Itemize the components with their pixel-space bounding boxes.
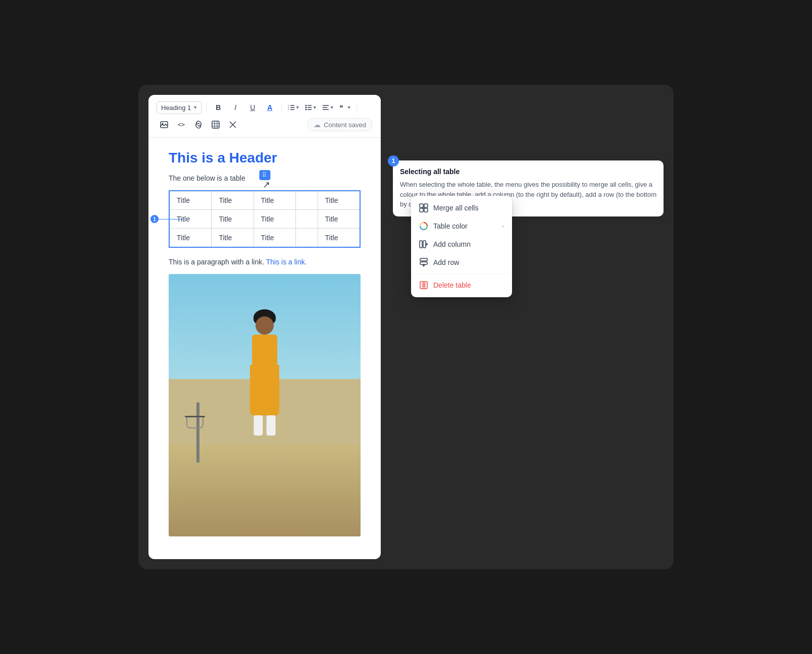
svg-rect-18 — [212, 121, 219, 128]
divider-2 — [281, 102, 282, 113]
svg-rect-25 — [420, 204, 423, 207]
table-color-item[interactable]: Table color › — [411, 217, 512, 235]
svg-rect-26 — [424, 204, 428, 207]
table-cell[interactable]: Title — [169, 191, 212, 210]
svg-point-8 — [305, 109, 307, 111]
woman-boot-right — [267, 415, 276, 435]
context-menu: Merge all cells Table color › — [411, 196, 512, 297]
bullet-list-button[interactable]: ▼ — [303, 100, 318, 115]
svg-rect-27 — [420, 208, 423, 212]
woman-boot-left — [253, 415, 263, 435]
code-button[interactable]: <> — [174, 117, 189, 132]
doc-table[interactable]: Title Title Title Title Title Title Titl… — [169, 190, 361, 248]
toolbar: Heading 1 ▼ B I U A 1 2 3 ▼ — [148, 95, 381, 138]
align-button[interactable]: ▼ — [320, 100, 335, 115]
heading-select-arrow: ▼ — [193, 105, 197, 110]
add-column-item[interactable]: Add column — [411, 235, 512, 253]
table-cell[interactable]: Title — [318, 210, 360, 229]
svg-rect-30 — [420, 241, 422, 248]
cloud-icon: ☁ — [314, 121, 321, 129]
table-cell[interactable]: Title — [318, 229, 360, 248]
table-cell[interactable]: Title — [169, 229, 212, 248]
table-row: Title Title Title Title — [169, 191, 360, 210]
table-cell[interactable] — [295, 210, 318, 229]
svg-rect-28 — [424, 208, 428, 212]
svg-point-6 — [305, 105, 307, 106]
add-row-item[interactable]: Add row — [411, 253, 512, 271]
table-handle-dots: ⠿ — [262, 172, 267, 179]
ordered-list-arrow: ▼ — [295, 105, 300, 110]
add-row-label: Add row — [433, 258, 459, 266]
doc-image — [169, 274, 361, 536]
table-wrapper: ⠿ ↗ 1 Title Title Title — [169, 190, 361, 248]
heading-select[interactable]: Heading 1 ▼ — [157, 101, 202, 114]
font-color-button[interactable]: A — [262, 100, 277, 115]
clear-format-button[interactable] — [225, 117, 240, 132]
divider-3 — [357, 102, 357, 113]
table-cell[interactable]: Title — [212, 210, 253, 229]
delete-table-label: Delete table — [433, 281, 471, 289]
delete-icon — [419, 281, 428, 290]
table-cell[interactable]: Title — [212, 191, 253, 210]
column-icon — [419, 240, 428, 249]
divider-1 — [206, 102, 207, 113]
underline-button[interactable]: U — [245, 100, 260, 115]
content-saved-indicator: ☁ Content saved — [307, 118, 373, 131]
table-cell[interactable] — [295, 229, 318, 248]
table-handle[interactable]: ⠿ — [259, 170, 270, 180]
basketball-pole — [196, 402, 199, 463]
editor-content: This is a Header The one below is a tabl… — [148, 138, 381, 549]
align-arrow: ▼ — [330, 105, 334, 110]
cursor-indicator: ↗ — [263, 179, 270, 190]
row-indicator-badge: 1 — [150, 215, 159, 223]
table-cell[interactable]: Title — [318, 191, 360, 210]
link-button[interactable] — [191, 117, 206, 132]
woman-pants — [250, 365, 279, 415]
table-cell[interactable]: Title — [253, 191, 295, 210]
color-icon — [419, 222, 428, 231]
woman-torso — [252, 335, 277, 365]
row-indicator: 1 — [150, 215, 184, 223]
table-cell[interactable]: Title — [253, 210, 295, 229]
svg-text:❝: ❝ — [339, 103, 343, 112]
annotation-title: Selecting all table — [400, 168, 656, 176]
ordered-list-button[interactable]: 1 2 3 ▼ — [286, 100, 301, 115]
row-indicator-line — [159, 219, 184, 220]
doc-link[interactable]: This is a link. — [266, 258, 307, 266]
table-cell[interactable]: Title — [212, 229, 253, 248]
doc-paragraph: This is a paragraph with a link. This is… — [169, 258, 361, 266]
row-icon — [419, 258, 428, 267]
bold-button[interactable]: B — [211, 100, 226, 115]
svg-point-7 — [305, 107, 307, 108]
italic-button[interactable]: I — [228, 100, 243, 115]
svg-rect-34 — [420, 258, 427, 261]
table-cell[interactable] — [295, 191, 318, 210]
paragraph-text: This is a paragraph with a link. — [169, 258, 264, 266]
table-row: Title Title Title Title — [169, 229, 360, 248]
svg-text:3: 3 — [288, 108, 289, 111]
image-button[interactable] — [157, 117, 172, 132]
merge-icon — [419, 203, 428, 212]
table-insert-button[interactable] — [208, 117, 223, 132]
doc-header: This is a Header — [169, 150, 361, 166]
app-wrapper: Heading 1 ▼ B I U A 1 2 3 ▼ — [138, 85, 674, 569]
merge-cells-label: Merge all cells — [433, 204, 478, 212]
content-saved-label: Content saved — [324, 121, 366, 129]
annotation-badge: 1 — [388, 155, 399, 167]
heading-select-label: Heading 1 — [161, 104, 191, 112]
add-column-label: Add column — [433, 240, 471, 248]
merge-cells-item[interactable]: Merge all cells — [411, 199, 512, 217]
delete-table-item[interactable]: Delete table — [411, 276, 512, 294]
woman-head — [256, 316, 274, 335]
table-cell[interactable]: Title — [253, 229, 295, 248]
quote-button[interactable]: ❝ ▼ — [337, 100, 352, 115]
basketball-net — [186, 417, 204, 428]
quote-arrow: ▼ — [347, 105, 351, 110]
table-color-arrow: › — [502, 223, 504, 230]
table-row: Title Title Title Title — [169, 210, 360, 229]
editor-container: Heading 1 ▼ B I U A 1 2 3 ▼ — [148, 95, 381, 559]
bullet-list-arrow: ▼ — [313, 105, 317, 110]
menu-divider — [411, 274, 512, 274]
table-color-label: Table color — [433, 222, 468, 230]
